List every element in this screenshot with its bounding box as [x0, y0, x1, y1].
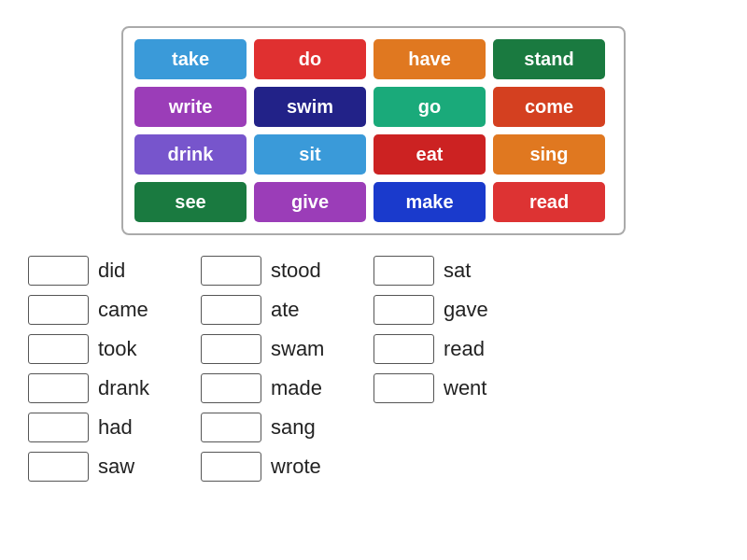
- pair-row: had: [28, 413, 163, 442]
- past-word-went: went: [444, 376, 509, 400]
- word-tile-sit[interactable]: sit: [254, 134, 366, 175]
- answer-input-came[interactable]: [28, 295, 89, 325]
- past-word-drank: drank: [98, 376, 163, 400]
- answer-input-sang[interactable]: [201, 413, 261, 442]
- pair-row: drank: [28, 373, 163, 403]
- pairs-column-2: satgavereadwent: [374, 256, 509, 482]
- past-word-ate: ate: [271, 298, 336, 322]
- past-word-read: read: [444, 337, 509, 361]
- pair-row: ate: [201, 295, 336, 325]
- past-word-swam: swam: [271, 337, 336, 361]
- pair-row: saw: [28, 452, 163, 482]
- pair-row: went: [374, 373, 509, 403]
- pair-row: wrote: [201, 452, 336, 482]
- word-tile-read[interactable]: read: [493, 182, 605, 222]
- word-tile-write[interactable]: write: [134, 87, 247, 127]
- past-word-did: did: [98, 259, 163, 283]
- pair-row: swam: [201, 334, 336, 364]
- pair-row: gave: [374, 295, 509, 325]
- past-word-stood: stood: [271, 259, 336, 283]
- answer-input-stood[interactable]: [201, 256, 261, 286]
- answer-input-wrote[interactable]: [201, 452, 261, 482]
- pairs-section: didcametookdrankhadsawstoodateswammadesa…: [28, 256, 747, 482]
- past-word-sang: sang: [271, 415, 336, 440]
- pair-row: sat: [374, 256, 509, 286]
- answer-input-did[interactable]: [28, 256, 89, 286]
- past-word-had: had: [98, 415, 163, 440]
- word-tile-sing[interactable]: sing: [493, 134, 605, 175]
- answer-input-took[interactable]: [28, 334, 89, 364]
- word-tile-swim[interactable]: swim: [254, 87, 366, 127]
- answer-input-had[interactable]: [28, 413, 89, 442]
- pair-row: made: [201, 373, 336, 403]
- word-tile-come[interactable]: come: [493, 87, 605, 127]
- past-word-made: made: [271, 376, 336, 400]
- answer-input-saw[interactable]: [28, 452, 89, 482]
- pairs-column-1: stoodateswammadesangwrote: [201, 256, 336, 482]
- word-tile-make[interactable]: make: [374, 182, 486, 222]
- pair-row: did: [28, 256, 163, 286]
- answer-input-gave[interactable]: [374, 295, 434, 325]
- pair-row: took: [28, 334, 163, 364]
- word-tile-go[interactable]: go: [374, 87, 486, 127]
- pair-row: read: [374, 334, 509, 364]
- word-tile-take[interactable]: take: [134, 39, 247, 79]
- past-word-took: took: [98, 337, 163, 361]
- word-tile-eat[interactable]: eat: [374, 134, 486, 175]
- word-tile-drink[interactable]: drink: [134, 134, 247, 175]
- answer-input-made[interactable]: [201, 373, 261, 403]
- pairs-column-0: didcametookdrankhadsaw: [28, 256, 163, 482]
- pair-row: sang: [201, 413, 336, 442]
- answer-input-sat[interactable]: [374, 256, 434, 286]
- past-word-wrote: wrote: [271, 455, 336, 479]
- answer-input-went[interactable]: [374, 373, 434, 403]
- word-tile-give[interactable]: give: [254, 182, 366, 222]
- word-grid-container: takedohavestandwriteswimgocomedrinksitea…: [121, 26, 626, 235]
- pair-row: stood: [201, 256, 336, 286]
- word-tile-stand[interactable]: stand: [493, 39, 605, 79]
- answer-input-swam[interactable]: [201, 334, 261, 364]
- past-word-came: came: [98, 298, 163, 322]
- answer-input-read[interactable]: [374, 334, 434, 364]
- word-tile-have[interactable]: have: [374, 39, 486, 79]
- past-word-sat: sat: [444, 259, 509, 283]
- past-word-saw: saw: [98, 455, 163, 479]
- word-tile-do[interactable]: do: [254, 39, 366, 79]
- answer-input-ate[interactable]: [201, 295, 261, 325]
- past-word-gave: gave: [444, 298, 509, 322]
- word-tile-see[interactable]: see: [134, 182, 247, 222]
- pair-row: came: [28, 295, 163, 325]
- answer-input-drank[interactable]: [28, 373, 89, 403]
